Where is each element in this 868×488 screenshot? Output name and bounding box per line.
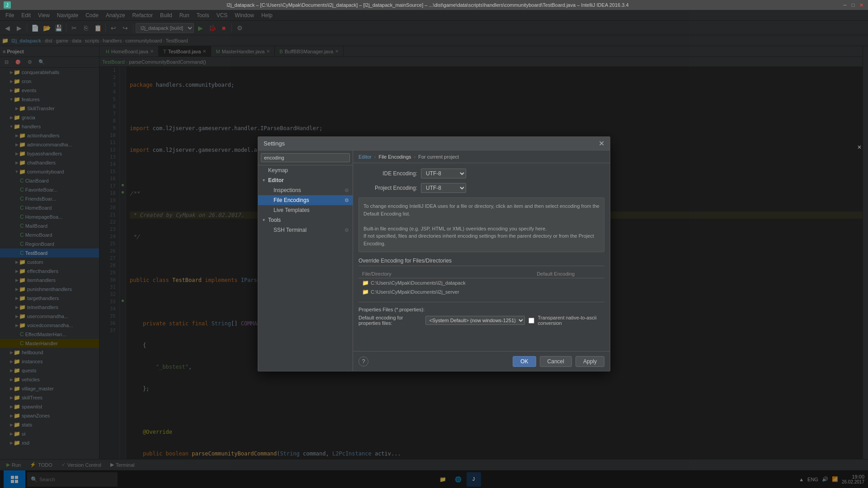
gear-icon-file-encodings: ⚙ (344, 197, 349, 203)
col-file-dir: File/Directory (359, 270, 533, 278)
ok-button[interactable]: OK (513, 356, 536, 367)
dialog-tree: Keymap ▼ Editor Inspections ⚙ File Encod… (258, 165, 353, 371)
dialog-title-text: Settings (264, 140, 285, 147)
dialog-tree-arrow-tools: ▼ (262, 218, 266, 222)
enc-server (533, 287, 604, 296)
dialog-tree-label-tools: Tools (268, 217, 281, 223)
maximize-btn[interactable]: □ (850, 2, 856, 8)
transparent-label: Transparent native-to-ascii conversion (538, 315, 604, 326)
folder-icon-server: 📁 (362, 289, 369, 295)
encoding-description: To change encoding IntelliJ IDEA uses fo… (359, 197, 604, 252)
dialog-tree-keymap[interactable]: Keymap (258, 165, 353, 175)
dialog-main: Editor › File Encodings › For current pr… (353, 150, 610, 371)
path-server: C:\Users\CyMpak\Documents\l2j_server (371, 289, 459, 295)
breadcrumb-sep1: › (374, 154, 376, 160)
col-default-enc: Default Encoding (533, 270, 604, 278)
dialog-tree-label-file-encodings: File Encodings (274, 197, 309, 203)
properties-section: Properties Files (*.properties): Default… (359, 302, 604, 326)
dialog-title-bar: Settings ✕ (258, 137, 610, 150)
enc-datapack (533, 278, 604, 288)
ide-encoding-label: IDE Encoding: (359, 170, 417, 177)
table-row-datapack[interactable]: 📁 C:\Users\CyMpak\Documents\l2j_datapack (359, 278, 604, 288)
project-encoding-label: Project Encoding: (359, 185, 417, 191)
dialog-tree-inspections[interactable]: Inspections ⚙ (258, 185, 353, 195)
dialog-search-input[interactable] (261, 153, 350, 162)
dialog-tree-label-editor: Editor (268, 177, 284, 183)
enc-desc-line1: To change encoding IntelliJ IDEA uses fo… (363, 202, 599, 217)
title-bar: J l2j_datapack – [C:\Users\CyMpak\Docume… (0, 0, 868, 10)
title-bar-controls: ─ □ ✕ (842, 2, 864, 8)
dialog-tree-label-ssh: SSH Terminal (274, 227, 307, 233)
title-bar-title: l2j_datapack – [C:\Users\CyMpak\Document… (21, 2, 835, 8)
settings-dialog-overlay: Settings ✕ ✕ Keymap ▼ Editor (0, 10, 868, 488)
dialog-tree-ssh-terminal[interactable]: SSH Terminal ⚙ (258, 225, 353, 235)
ide-encoding-row: IDE Encoding: UTF-8 UTF-16 (359, 169, 604, 178)
project-encoding-row: Project Encoding: UTF-8 UTF-16 (359, 183, 604, 193)
dialog-footer: ? OK Cancel Apply (353, 351, 610, 371)
transparent-checkbox[interactable] (528, 318, 534, 324)
dialog-content: IDE Encoding: UTF-8 UTF-16 Project Encod… (353, 163, 610, 351)
default-enc-label: Default encoding for properties files: (359, 315, 422, 326)
breadcrumb-editor[interactable]: Editor (359, 154, 372, 160)
breadcrumb-sep2: › (414, 154, 416, 160)
cancel-button[interactable]: Cancel (540, 356, 572, 367)
ide-encoding-select[interactable]: UTF-8 UTF-16 (421, 169, 466, 178)
default-enc-select[interactable]: <System Default> (now windows-1251) (425, 316, 525, 325)
dialog-tree-tools[interactable]: ▼ Tools (258, 215, 353, 225)
apply-button[interactable]: Apply (576, 356, 604, 367)
gear-icon-ssh: ⚙ (344, 227, 349, 233)
override-header: Override Encoding for Files/Directories (359, 258, 604, 266)
folder-icon-datapack: 📁 (362, 280, 369, 286)
dialog-close-btn[interactable]: ✕ (599, 139, 604, 148)
enc-desc-line3: If not specified, files and directories … (363, 232, 599, 247)
dialog-tree-file-encodings[interactable]: File Encodings ⚙ (258, 195, 353, 205)
dialog-tree-label-keymap: Keymap (268, 167, 288, 174)
path-datapack: C:\Users\CyMpak\Documents\l2j_datapack (371, 280, 466, 286)
project-encoding-select[interactable]: UTF-8 UTF-16 (421, 183, 466, 193)
dialog-search-box: ✕ (258, 150, 353, 165)
minimize-btn[interactable]: ─ (842, 2, 848, 8)
title-bar-icon: J (4, 1, 11, 9)
dialog-tree-live-templates[interactable]: Live Templates (258, 205, 353, 215)
dialog-tree-arrow-editor: ▼ (262, 178, 266, 183)
table-row-server[interactable]: 📁 C:\Users\CyMpak\Documents\l2j_server (359, 287, 604, 296)
dialog-action-btns: OK Cancel Apply (513, 356, 604, 367)
dialog-help-btn[interactable]: ? (359, 357, 368, 366)
breadcrumb-for-project[interactable]: For current project (418, 154, 459, 160)
gear-icon-inspections: ⚙ (344, 188, 349, 193)
enc-desc-line2: Built-in file encoding (e.g. JSP, HTML o… (363, 225, 599, 233)
settings-dialog: Settings ✕ ✕ Keymap ▼ Editor (258, 136, 610, 371)
prop-row: Default encoding for properties files: <… (359, 315, 604, 326)
dialog-content-breadcrumb: Editor › File Encodings › For current pr… (353, 150, 610, 163)
dialog-tree-label-inspections: Inspections (274, 187, 301, 193)
close-btn[interactable]: ✕ (858, 2, 864, 8)
dialog-tree-label-live-templates: Live Templates (274, 207, 310, 213)
breadcrumb-file-encodings[interactable]: File Encodings (378, 154, 411, 160)
dialog-sidebar: ✕ Keymap ▼ Editor Inspections ⚙ (258, 150, 353, 371)
properties-label: Properties Files (*.properties): (359, 307, 604, 312)
dialog-body: ✕ Keymap ▼ Editor Inspections ⚙ (258, 150, 610, 371)
file-dir-table: File/Directory Default Encoding 📁 C:\Use… (359, 270, 604, 296)
dialog-tree-editor[interactable]: ▼ Editor (258, 175, 353, 185)
